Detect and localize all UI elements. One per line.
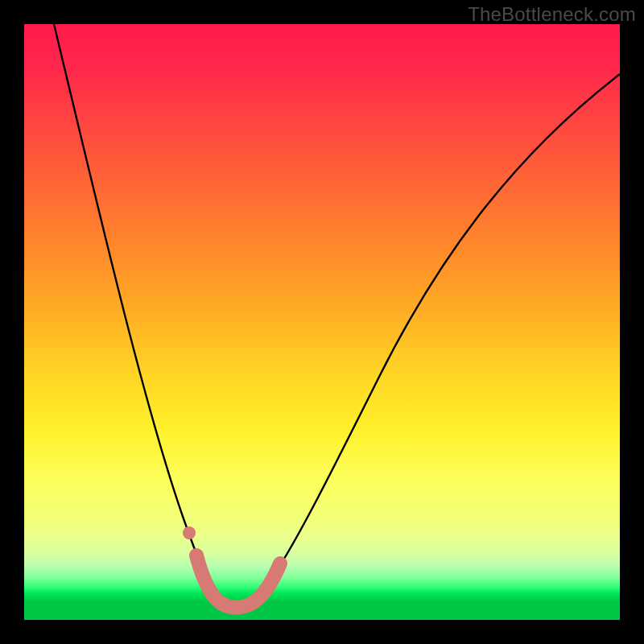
bottleneck-curve <box>24 24 620 620</box>
watermark-text: TheBottleneck.com <box>468 3 636 26</box>
curve-path <box>54 24 620 602</box>
highlight-dot <box>183 526 196 539</box>
plot-area <box>24 24 620 620</box>
chart-frame: TheBottleneck.com <box>0 0 644 644</box>
bottleneck-highlight <box>196 555 280 608</box>
